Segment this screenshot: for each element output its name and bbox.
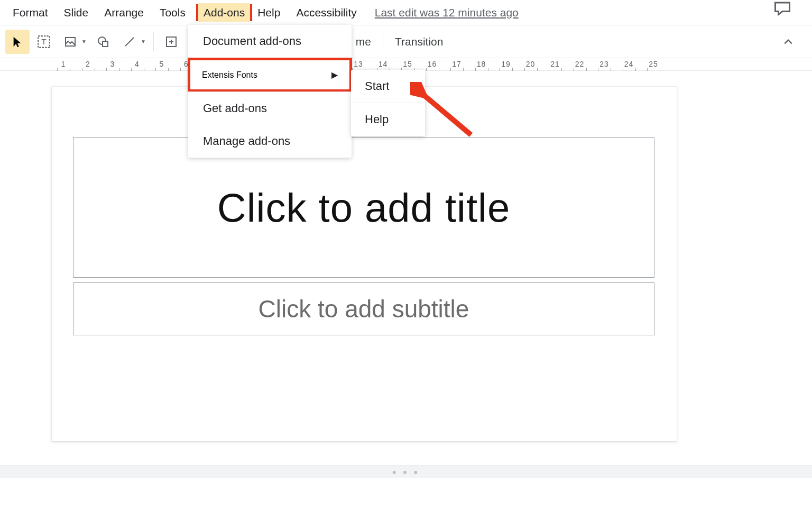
transition-button[interactable]: Transition <box>387 35 450 48</box>
menu-tools[interactable]: Tools <box>154 3 191 22</box>
slide[interactable]: Click to add title Click to add subtitle <box>52 87 677 441</box>
manage-addons-item[interactable]: Manage add-ons <box>188 125 352 158</box>
shape-tool[interactable] <box>91 30 115 54</box>
menu-addons-highlight: Add-ons <box>196 4 252 21</box>
title-placeholder-box[interactable]: Click to add title <box>73 137 654 278</box>
toolbar-separator <box>153 32 154 51</box>
line-icon <box>123 35 136 48</box>
submenu-start[interactable]: Start <box>351 70 425 103</box>
chevron-up-icon <box>783 36 793 47</box>
textbox-icon: T <box>37 35 51 49</box>
extensis-fonts-label: Extensis Fonts <box>202 70 257 80</box>
submenu-help[interactable]: Help <box>351 103 425 136</box>
menu-accessibility[interactable]: Accessibility <box>291 3 362 22</box>
menubar: Format Slide Arrange Tools Add-ons Help … <box>0 0 812 25</box>
svg-text:T: T <box>41 37 46 46</box>
toolbar-separator-2 <box>383 32 383 51</box>
extensis-fonts-item[interactable]: Extensis Fonts ▶ <box>188 58 352 92</box>
line-dropdown-caret[interactable]: ▼ <box>141 39 149 44</box>
addons-dropdown: Document add-ons Extensis Fonts ▶ Get ad… <box>188 25 352 158</box>
shape-icon <box>97 35 109 48</box>
collapse-toolbar[interactable] <box>776 30 800 54</box>
image-tool[interactable] <box>58 30 82 54</box>
submenu-arrow-icon: ▶ <box>331 70 338 80</box>
menu-addons[interactable]: Add-ons <box>198 3 250 22</box>
theme-button-fragment[interactable]: me <box>348 35 379 48</box>
comment-icon[interactable] <box>773 0 792 17</box>
insert-box-icon <box>165 35 178 48</box>
menu-arrange[interactable]: Arrange <box>99 3 149 22</box>
subtitle-placeholder-box[interactable]: Click to add subtitle <box>73 282 654 335</box>
svg-rect-4 <box>103 41 108 47</box>
get-addons-item[interactable]: Get add-ons <box>188 92 352 125</box>
last-edit-link[interactable]: Last edit was 12 minutes ago <box>375 6 519 19</box>
title-placeholder-text: Click to add title <box>217 185 510 231</box>
select-icon <box>12 36 23 48</box>
extensis-submenu: Start Help <box>351 70 425 136</box>
subtitle-placeholder-text: Click to add subtitle <box>259 295 469 323</box>
menu-help[interactable]: Help <box>252 3 285 22</box>
insert-comment-tool[interactable] <box>159 30 183 54</box>
toolbar: T ▼ ▼ me Transition <box>0 25 812 58</box>
image-icon <box>64 35 77 48</box>
line-tool[interactable] <box>117 30 142 54</box>
ruler: 1234567891011121314151617181920212223242… <box>0 58 812 71</box>
select-tool[interactable] <box>5 30 30 54</box>
document-addons-item[interactable]: Document add-ons <box>188 25 352 58</box>
svg-line-5 <box>125 38 134 46</box>
bottom-bar: ● ● ● <box>0 465 812 478</box>
image-dropdown-caret[interactable]: ▼ <box>81 39 90 44</box>
textbox-tool[interactable]: T <box>32 30 56 54</box>
menu-slide[interactable]: Slide <box>59 3 94 22</box>
drag-handle-icon[interactable]: ● ● ● <box>392 468 420 476</box>
menu-format[interactable]: Format <box>7 3 53 22</box>
